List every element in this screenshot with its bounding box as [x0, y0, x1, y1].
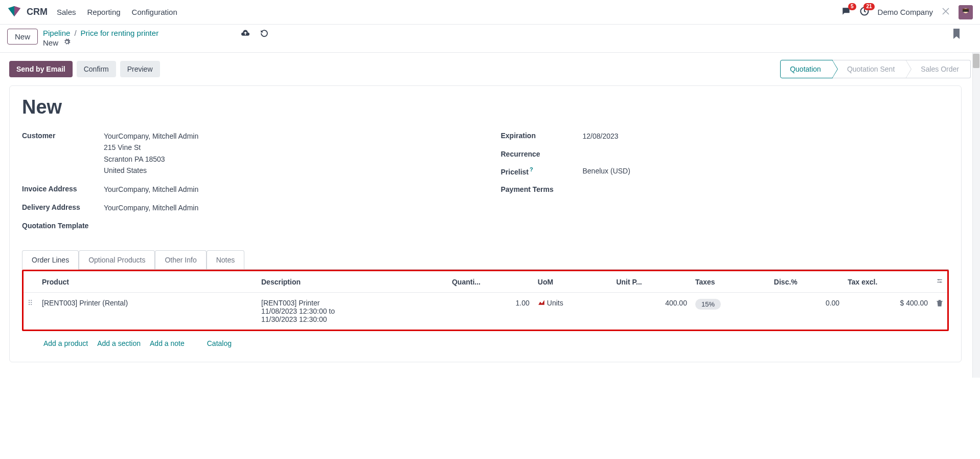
breadcrumb: Pipeline / Price for renting printer — [43, 29, 158, 37]
stage-quotation-sent[interactable]: Quotation Sent — [833, 60, 906, 78]
col-description[interactable]: Description — [257, 271, 448, 293]
svg-rect-4 — [963, 9, 969, 10]
svg-point-6 — [940, 282, 941, 283]
cell-taxes[interactable]: 15% — [691, 293, 770, 330]
gear-icon[interactable] — [63, 38, 71, 47]
nav-sales[interactable]: Sales — [57, 8, 76, 16]
invoice-address-value[interactable]: YourCompany, Mitchell Admin — [104, 184, 470, 195]
topbar: CRM Sales Reporting Configuration 5 21 D… — [0, 0, 980, 25]
col-disc[interactable]: Disc.% — [770, 271, 844, 293]
cell-disc[interactable]: 0.00 — [770, 293, 844, 330]
stage-sales-order[interactable]: Sales Order — [906, 60, 971, 78]
cell-product[interactable]: [RENT003] Printer (Rental) — [38, 293, 257, 330]
customer-label: Customer — [22, 130, 104, 140]
tab-optional-products[interactable]: Optional Products — [79, 250, 155, 269]
company-name[interactable]: Demo Company — [878, 8, 933, 16]
content: Send by Email Confirm Preview Quotation … — [0, 52, 980, 378]
crumb-sep: / — [74, 29, 76, 37]
tab-other-info[interactable]: Other Info — [155, 250, 206, 269]
form-card: New Customer YourCompany, Mitchell Admin… — [9, 85, 962, 362]
stage-bar: Quotation Quotation Sent Sales Order — [780, 60, 971, 78]
confirm-button[interactable]: Confirm — [77, 61, 116, 77]
discard-icon[interactable] — [260, 29, 269, 39]
expiration-label: Expiration — [501, 130, 583, 140]
tabs: Order Lines Optional Products Other Info… — [22, 250, 949, 270]
record-status: New — [43, 38, 58, 47]
action-row: Send by Email Confirm Preview Quotation … — [9, 53, 971, 85]
nav-reporting[interactable]: Reporting — [87, 8, 121, 16]
catalog-link[interactable]: Catalog — [207, 339, 232, 347]
expiration-value[interactable]: 12/08/2023 — [583, 130, 949, 142]
cell-description[interactable]: [RENT003] Printer 11/08/2023 12:30:00 to… — [257, 293, 448, 330]
tax-chip: 15% — [695, 299, 721, 310]
cell-qty[interactable]: 1.00 — [448, 293, 534, 330]
order-lines-table-wrap: Product Description Quanti... UoM Unit P… — [22, 270, 949, 331]
add-note-link[interactable]: Add a note — [150, 339, 185, 347]
payment-terms-label: Payment Terms — [501, 184, 583, 193]
add-product-link[interactable]: Add a product — [43, 339, 88, 347]
send-by-email-button[interactable]: Send by Email — [9, 61, 73, 77]
tab-notes[interactable]: Notes — [207, 250, 245, 269]
col-uom[interactable]: UoM — [534, 271, 612, 293]
order-lines-table: Product Description Quanti... UoM Unit P… — [24, 271, 947, 330]
tools-icon[interactable] — [941, 7, 950, 17]
col-tax-excl[interactable]: Tax excl. — [844, 271, 932, 293]
add-row: Add a product Add a section Add a note C… — [22, 331, 949, 352]
invoice-address-label: Invoice Address — [22, 184, 104, 193]
breadcrumb-row: New Pipeline / Price for renting printer… — [0, 25, 980, 52]
top-nav: Sales Reporting Configuration — [57, 8, 177, 16]
adjust-columns-icon[interactable] — [936, 278, 943, 286]
trash-icon[interactable] — [936, 300, 943, 309]
messages-badge: 5 — [848, 3, 856, 10]
pricelist-value[interactable]: Benelux (USD) — [583, 165, 949, 177]
bookmark-icon[interactable] — [952, 29, 961, 40]
customer-value[interactable]: YourCompany, Mitchell Admin 215 Vine St … — [104, 130, 470, 177]
cell-unit-price[interactable]: 400.00 — [612, 293, 691, 330]
stage-quotation[interactable]: Quotation — [780, 60, 833, 78]
tab-order-lines[interactable]: Order Lines — [22, 250, 79, 269]
form-left-col: Customer YourCompany, Mitchell Admin 215… — [22, 130, 470, 237]
col-product[interactable]: Product — [38, 271, 257, 293]
crumb-price-renting[interactable]: Price for renting printer — [81, 29, 159, 37]
form-right-col: Expiration 12/08/2023 Recurrence Priceli… — [501, 130, 949, 237]
brand[interactable]: CRM — [27, 7, 48, 17]
recurrence-label: Recurrence — [501, 149, 583, 158]
cell-tax-excl: $ 400.00 — [844, 293, 932, 330]
preview-button[interactable]: Preview — [120, 61, 160, 77]
crumb-pipeline[interactable]: Pipeline — [43, 29, 70, 37]
nav-configuration[interactable]: Configuration — [132, 8, 177, 16]
activities-icon[interactable]: 21 — [859, 6, 870, 18]
pricelist-label: Pricelist? — [501, 165, 583, 176]
svg-point-5 — [938, 279, 939, 280]
forecast-icon[interactable] — [538, 299, 545, 307]
quotation-template-label: Quotation Template — [22, 221, 104, 230]
messages-icon[interactable]: 5 — [841, 6, 851, 18]
help-icon[interactable]: ? — [530, 166, 533, 172]
col-taxes[interactable]: Taxes — [691, 271, 770, 293]
new-button[interactable]: New — [7, 29, 38, 45]
cell-uom[interactable]: Units — [534, 293, 612, 330]
activities-badge: 21 — [863, 3, 874, 10]
avatar[interactable] — [959, 5, 973, 19]
add-section-link[interactable]: Add a section — [97, 339, 141, 347]
scrollbar[interactable] — [972, 53, 980, 378]
page-title: New — [22, 96, 949, 118]
delivery-address-label: Delivery Address — [22, 202, 104, 211]
col-unit-price[interactable]: Unit P... — [612, 271, 691, 293]
col-quantity[interactable]: Quanti... — [448, 271, 534, 293]
app-logo[interactable] — [7, 6, 21, 18]
table-row[interactable]: ⠿ [RENT003] Printer (Rental) [RENT003] P… — [24, 293, 947, 330]
topbar-right: 5 21 Demo Company — [841, 5, 973, 19]
drag-handle-icon[interactable]: ⠿ — [28, 299, 33, 307]
cloud-save-icon[interactable] — [240, 29, 250, 39]
delivery-address-value[interactable]: YourCompany, Mitchell Admin — [104, 202, 470, 213]
